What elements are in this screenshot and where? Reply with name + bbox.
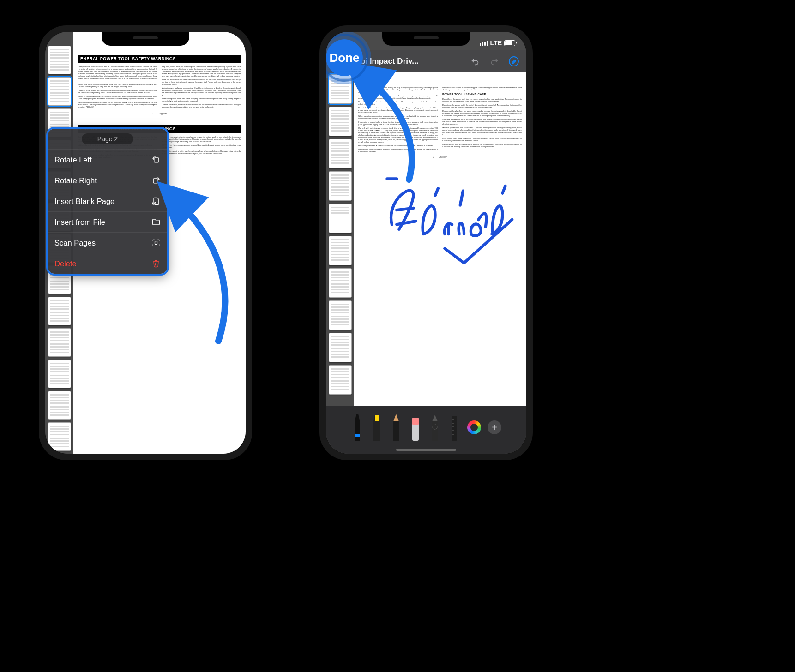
- markup-toolbar: +: [326, 406, 526, 454]
- menu-rotate-right[interactable]: Rotate Right: [48, 170, 167, 191]
- home-indicator: [396, 449, 456, 451]
- network-label: LTE: [490, 39, 502, 47]
- menu-label: Delete: [54, 259, 77, 268]
- iphone-right: LTE Done obi Impact Driv...: [319, 25, 533, 460]
- thumbnail-page-10[interactable]: [48, 328, 71, 357]
- folder-icon: [151, 217, 161, 227]
- trash-icon: [151, 259, 161, 268]
- undo-button[interactable]: [468, 54, 482, 68]
- section-heading: ENERAL POWER TOOL SAFETY WARNINGS: [78, 55, 241, 63]
- thumbnail-page-2[interactable]: [48, 77, 71, 106]
- pencil-tool[interactable]: [390, 413, 403, 442]
- thumbnail-page-3[interactable]: [329, 107, 352, 136]
- menu-label: Insert from File: [54, 218, 105, 227]
- body-text: Keep your work area clean and well lit. …: [78, 66, 241, 109]
- pen-tool[interactable]: [351, 413, 364, 442]
- document-title: obi Impact Driv...: [356, 57, 463, 66]
- screen: LTE Done obi Impact Driv...: [326, 32, 526, 454]
- thumbnail-page-4[interactable]: [329, 139, 352, 168]
- thumbnail-page-11[interactable]: [48, 360, 71, 388]
- add-shape-button[interactable]: +: [488, 420, 501, 434]
- svg-rect-0: [154, 158, 159, 162]
- thumbnail-page-10[interactable]: [329, 333, 352, 362]
- rotate-left-icon: [151, 155, 161, 164]
- menu-label: Rotate Right: [54, 176, 97, 185]
- notch: [382, 32, 470, 46]
- thumbnail-page-12[interactable]: [48, 391, 71, 420]
- body-text: Plugs must match the outlet. Never modif…: [358, 86, 522, 153]
- menu-label: Scan Pages: [54, 239, 96, 247]
- page-context-menu: Page 2 Rotate Left Rotate Right Insert B…: [48, 129, 167, 274]
- pdf-page[interactable]: Plugs must match the outlet. Never modif…: [354, 72, 526, 410]
- thumbnail-page-11[interactable]: [329, 365, 352, 395]
- tutorial-composite: ENERAL POWER TOOL SAFETY WARNINGS Keep y…: [0, 0, 795, 672]
- markup-toggle-button[interactable]: [507, 54, 521, 68]
- thumbnail-page-5[interactable]: [329, 171, 352, 201]
- lasso-tool[interactable]: [428, 413, 441, 442]
- page-number: 2 — English: [358, 156, 522, 159]
- iphone-left: ENERAL POWER TOOL SAFETY WARNINGS Keep y…: [39, 25, 252, 460]
- scan-icon: [151, 238, 161, 247]
- thumbnail-page-9[interactable]: [48, 297, 71, 325]
- marker-tool[interactable]: [370, 413, 383, 442]
- menu-insert-from-file[interactable]: Insert from File: [48, 211, 167, 232]
- page-number: 2 — English: [78, 112, 241, 116]
- svg-rect-8: [412, 418, 419, 425]
- thumbnail-page-7[interactable]: [329, 236, 352, 265]
- add-page-icon: [151, 197, 161, 206]
- rotate-right-icon: [151, 176, 161, 185]
- menu-delete[interactable]: Delete: [48, 253, 167, 274]
- menu-scan-pages[interactable]: Scan Pages: [48, 232, 167, 253]
- screen: ENERAL POWER TOOL SAFETY WARNINGS Keep y…: [45, 32, 246, 454]
- context-menu-title: Page 2: [48, 129, 167, 149]
- thumbnail-page-6[interactable]: [329, 204, 352, 233]
- menu-label: Insert Blank Page: [54, 197, 114, 206]
- thumbnail-page-9[interactable]: [329, 300, 352, 330]
- thumbnail-page-1[interactable]: [48, 46, 71, 74]
- svg-rect-5: [355, 434, 360, 437]
- eraser-tool[interactable]: [409, 413, 422, 442]
- battery-icon: [504, 40, 515, 46]
- menu-label: Rotate Left: [54, 156, 92, 164]
- thumbnail-page-8[interactable]: [329, 268, 352, 298]
- cellular-bars-icon: [480, 41, 488, 46]
- notch: [102, 32, 189, 46]
- menu-rotate-left[interactable]: Rotate Left: [48, 149, 167, 170]
- menu-insert-blank-page[interactable]: Insert Blank Page: [48, 191, 167, 211]
- redo-button[interactable]: [488, 54, 501, 68]
- page-thumbnails: [329, 74, 351, 408]
- svg-rect-1: [153, 179, 158, 183]
- svg-rect-6: [375, 415, 379, 421]
- thumbnail-page-13[interactable]: [48, 422, 71, 451]
- color-picker-button[interactable]: [467, 420, 481, 434]
- handwritten-annotation: [358, 162, 522, 264]
- svg-rect-3: [155, 241, 157, 245]
- ruler-tool[interactable]: [448, 413, 461, 442]
